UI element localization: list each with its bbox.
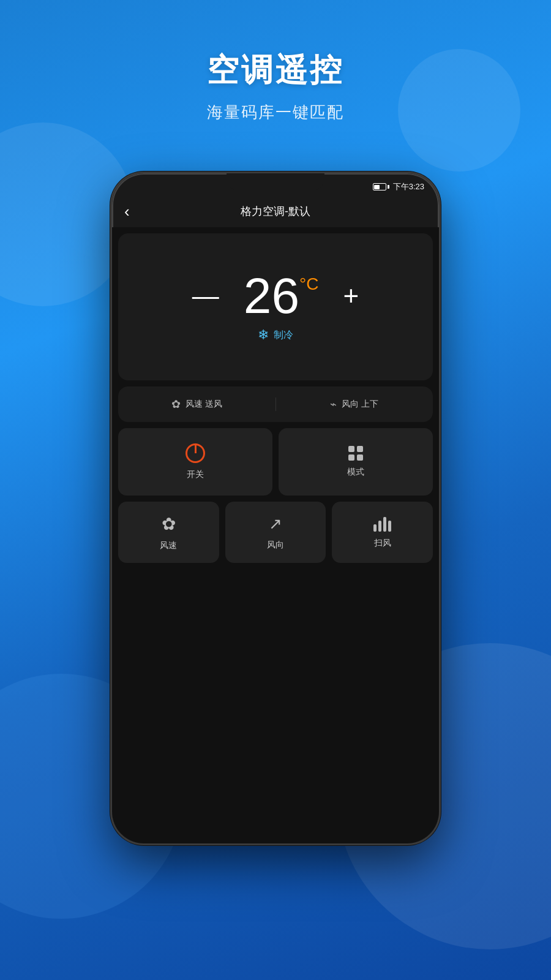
phone-screen: — 26 °C + ❄ 制冷 ✿ 风速 送风	[112, 227, 439, 843]
battery-fill	[374, 185, 380, 189]
sweep-bar-1	[373, 524, 377, 532]
temp-value: 26	[244, 271, 299, 321]
snowflake-icon: ❄	[258, 327, 269, 343]
sub-title: 海量码库一键匹配	[0, 102, 551, 123]
power-icon	[186, 443, 205, 463]
power-button[interactable]: 开关	[118, 428, 272, 496]
mode-sq-1	[348, 446, 354, 452]
wind-dir-icon: ⌁	[330, 398, 337, 411]
status-time: 下午3:23	[393, 181, 424, 192]
main-title: 空调遥控	[0, 49, 551, 92]
sweep-button[interactable]: 扫风	[332, 502, 433, 563]
control-row-1: 开关 模式	[118, 428, 433, 496]
fan-label: 风速	[160, 540, 177, 551]
mode-row: ❄ 制冷	[258, 327, 293, 343]
power-label: 开关	[187, 469, 204, 480]
mode-sq-4	[357, 454, 363, 461]
battery-tip	[388, 185, 389, 189]
temperature-panel: — 26 °C + ❄ 制冷	[118, 233, 433, 380]
mode-sq-2	[357, 446, 363, 452]
wind-speed-icon: ✿	[171, 398, 181, 411]
temp-decrease-button[interactable]: —	[192, 282, 219, 309]
nav-title: 格力空调-默认	[241, 204, 310, 219]
nav-bar: ‹ 格力空调-默认	[112, 195, 439, 227]
back-button[interactable]: ‹	[124, 203, 130, 219]
sweep-bar-2	[378, 521, 381, 532]
mode-button[interactable]: 模式	[279, 428, 433, 496]
sweep-bar-4	[388, 521, 391, 532]
sweep-label: 扫风	[374, 538, 391, 549]
wind-speed-label: 风速 送风	[186, 399, 222, 410]
battery-icon	[373, 183, 389, 190]
header-area: 空调遥控 海量码库一键匹配	[0, 0, 551, 123]
mode-label: 模式	[347, 467, 364, 478]
mode-icon	[348, 446, 363, 461]
control-grid: 开关 模式 ✿	[118, 428, 433, 843]
direction-icon: ↗	[269, 514, 282, 533]
direction-label: 风向	[267, 540, 284, 551]
mode-text: 制冷	[274, 329, 293, 342]
temp-unit: °C	[299, 274, 318, 294]
temp-display: 26 °C	[244, 271, 319, 321]
wind-panel: ✿ 风速 送风 ⌁ 风向 上下	[118, 386, 433, 422]
fan-button[interactable]: ✿ 风速	[118, 502, 219, 563]
status-right: 下午3:23	[373, 181, 424, 192]
wind-dir-label: 风向 上下	[342, 399, 378, 410]
wind-dir-item[interactable]: ⌁ 风向 上下	[276, 398, 433, 411]
temp-row: — 26 °C +	[192, 271, 359, 321]
wind-speed-item[interactable]: ✿ 风速 送风	[118, 398, 276, 411]
sweep-icon	[373, 516, 391, 532]
direction-button[interactable]: ↗ 风向	[225, 502, 326, 563]
mode-sq-3	[348, 454, 354, 461]
control-row-2: ✿ 风速 ↗ 风向 扫风	[118, 502, 433, 563]
sweep-bar-3	[383, 517, 386, 532]
temp-increase-button[interactable]: +	[343, 282, 359, 309]
phone-wrapper: 下午3:23 ‹ 格力空调-默认 — 26 °C + ❄	[110, 172, 441, 845]
battery-body	[373, 183, 386, 190]
fan-icon: ✿	[162, 514, 176, 534]
phone-notch	[227, 173, 324, 190]
phone-frame: 下午3:23 ‹ 格力空调-默认 — 26 °C + ❄	[110, 172, 441, 845]
